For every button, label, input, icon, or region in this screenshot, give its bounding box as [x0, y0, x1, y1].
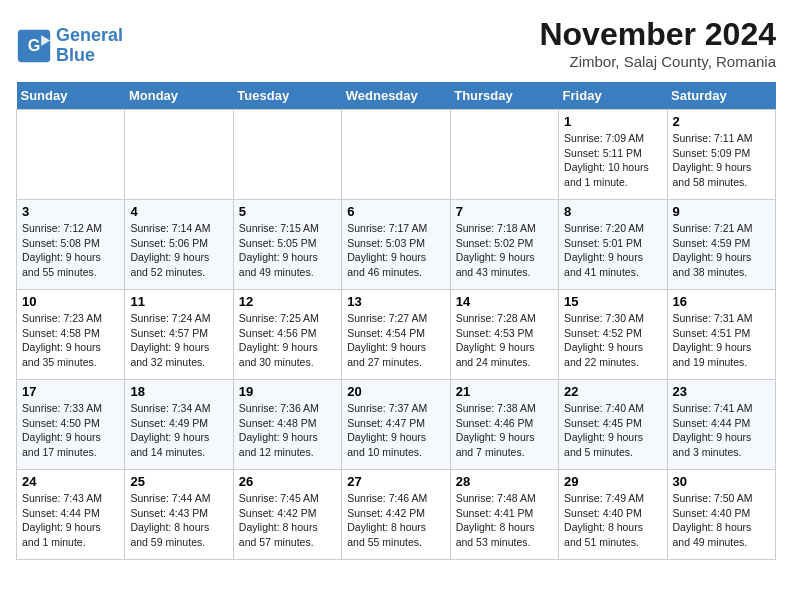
calendar-cell: 12Sunrise: 7:25 AM Sunset: 4:56 PM Dayli…: [233, 290, 341, 380]
day-number: 14: [456, 294, 553, 309]
day-info: Sunrise: 7:24 AM Sunset: 4:57 PM Dayligh…: [130, 311, 227, 370]
calendar-cell: 6Sunrise: 7:17 AM Sunset: 5:03 PM Daylig…: [342, 200, 450, 290]
calendar-week-1: 3Sunrise: 7:12 AM Sunset: 5:08 PM Daylig…: [17, 200, 776, 290]
day-number: 20: [347, 384, 444, 399]
calendar-cell: [233, 110, 341, 200]
day-number: 18: [130, 384, 227, 399]
calendar-cell: 25Sunrise: 7:44 AM Sunset: 4:43 PM Dayli…: [125, 470, 233, 560]
day-info: Sunrise: 7:40 AM Sunset: 4:45 PM Dayligh…: [564, 401, 661, 460]
logo: G General Blue: [16, 26, 123, 66]
calendar-cell: 26Sunrise: 7:45 AM Sunset: 4:42 PM Dayli…: [233, 470, 341, 560]
day-number: 11: [130, 294, 227, 309]
day-info: Sunrise: 7:31 AM Sunset: 4:51 PM Dayligh…: [673, 311, 770, 370]
day-number: 10: [22, 294, 119, 309]
calendar-cell: 13Sunrise: 7:27 AM Sunset: 4:54 PM Dayli…: [342, 290, 450, 380]
day-info: Sunrise: 7:49 AM Sunset: 4:40 PM Dayligh…: [564, 491, 661, 550]
day-number: 8: [564, 204, 661, 219]
day-number: 15: [564, 294, 661, 309]
day-info: Sunrise: 7:37 AM Sunset: 4:47 PM Dayligh…: [347, 401, 444, 460]
day-number: 7: [456, 204, 553, 219]
logo-icon: G: [16, 28, 52, 64]
calendar-cell: [17, 110, 125, 200]
location-subtitle: Zimbor, Salaj County, Romania: [539, 53, 776, 70]
calendar-cell: 8Sunrise: 7:20 AM Sunset: 5:01 PM Daylig…: [559, 200, 667, 290]
calendar-week-0: 1Sunrise: 7:09 AM Sunset: 5:11 PM Daylig…: [17, 110, 776, 200]
day-number: 26: [239, 474, 336, 489]
day-number: 5: [239, 204, 336, 219]
month-title: November 2024: [539, 16, 776, 53]
day-info: Sunrise: 7:15 AM Sunset: 5:05 PM Dayligh…: [239, 221, 336, 280]
svg-text:G: G: [28, 37, 41, 55]
day-info: Sunrise: 7:36 AM Sunset: 4:48 PM Dayligh…: [239, 401, 336, 460]
day-number: 2: [673, 114, 770, 129]
day-info: Sunrise: 7:09 AM Sunset: 5:11 PM Dayligh…: [564, 131, 661, 190]
day-info: Sunrise: 7:44 AM Sunset: 4:43 PM Dayligh…: [130, 491, 227, 550]
calendar-cell: 14Sunrise: 7:28 AM Sunset: 4:53 PM Dayli…: [450, 290, 558, 380]
calendar-cell: 23Sunrise: 7:41 AM Sunset: 4:44 PM Dayli…: [667, 380, 775, 470]
calendar-cell: 22Sunrise: 7:40 AM Sunset: 4:45 PM Dayli…: [559, 380, 667, 470]
day-number: 16: [673, 294, 770, 309]
page-header: G General Blue November 2024 Zimbor, Sal…: [16, 16, 776, 74]
calendar-cell: 9Sunrise: 7:21 AM Sunset: 4:59 PM Daylig…: [667, 200, 775, 290]
title-block: November 2024 Zimbor, Salaj County, Roma…: [539, 16, 776, 70]
day-info: Sunrise: 7:28 AM Sunset: 4:53 PM Dayligh…: [456, 311, 553, 370]
calendar-cell: 20Sunrise: 7:37 AM Sunset: 4:47 PM Dayli…: [342, 380, 450, 470]
calendar-cell: 27Sunrise: 7:46 AM Sunset: 4:42 PM Dayli…: [342, 470, 450, 560]
calendar-cell: 17Sunrise: 7:33 AM Sunset: 4:50 PM Dayli…: [17, 380, 125, 470]
calendar-cell: [125, 110, 233, 200]
day-number: 30: [673, 474, 770, 489]
day-number: 12: [239, 294, 336, 309]
day-number: 19: [239, 384, 336, 399]
day-info: Sunrise: 7:18 AM Sunset: 5:02 PM Dayligh…: [456, 221, 553, 280]
calendar-cell: 21Sunrise: 7:38 AM Sunset: 4:46 PM Dayli…: [450, 380, 558, 470]
logo-text: General Blue: [56, 26, 123, 66]
calendar-table: SundayMondayTuesdayWednesdayThursdayFrid…: [16, 82, 776, 560]
day-info: Sunrise: 7:21 AM Sunset: 4:59 PM Dayligh…: [673, 221, 770, 280]
day-info: Sunrise: 7:11 AM Sunset: 5:09 PM Dayligh…: [673, 131, 770, 190]
calendar-cell: 1Sunrise: 7:09 AM Sunset: 5:11 PM Daylig…: [559, 110, 667, 200]
weekday-header-friday: Friday: [559, 82, 667, 110]
calendar-week-4: 24Sunrise: 7:43 AM Sunset: 4:44 PM Dayli…: [17, 470, 776, 560]
calendar-week-3: 17Sunrise: 7:33 AM Sunset: 4:50 PM Dayli…: [17, 380, 776, 470]
calendar-cell: 10Sunrise: 7:23 AM Sunset: 4:58 PM Dayli…: [17, 290, 125, 380]
day-info: Sunrise: 7:33 AM Sunset: 4:50 PM Dayligh…: [22, 401, 119, 460]
day-info: Sunrise: 7:41 AM Sunset: 4:44 PM Dayligh…: [673, 401, 770, 460]
calendar-cell: 15Sunrise: 7:30 AM Sunset: 4:52 PM Dayli…: [559, 290, 667, 380]
day-info: Sunrise: 7:43 AM Sunset: 4:44 PM Dayligh…: [22, 491, 119, 550]
day-info: Sunrise: 7:38 AM Sunset: 4:46 PM Dayligh…: [456, 401, 553, 460]
day-number: 4: [130, 204, 227, 219]
calendar-cell: 29Sunrise: 7:49 AM Sunset: 4:40 PM Dayli…: [559, 470, 667, 560]
day-info: Sunrise: 7:23 AM Sunset: 4:58 PM Dayligh…: [22, 311, 119, 370]
weekday-header-sunday: Sunday: [17, 82, 125, 110]
calendar-cell: 16Sunrise: 7:31 AM Sunset: 4:51 PM Dayli…: [667, 290, 775, 380]
day-number: 22: [564, 384, 661, 399]
day-info: Sunrise: 7:17 AM Sunset: 5:03 PM Dayligh…: [347, 221, 444, 280]
calendar-cell: 4Sunrise: 7:14 AM Sunset: 5:06 PM Daylig…: [125, 200, 233, 290]
day-number: 23: [673, 384, 770, 399]
calendar-cell: 3Sunrise: 7:12 AM Sunset: 5:08 PM Daylig…: [17, 200, 125, 290]
day-info: Sunrise: 7:25 AM Sunset: 4:56 PM Dayligh…: [239, 311, 336, 370]
day-info: Sunrise: 7:50 AM Sunset: 4:40 PM Dayligh…: [673, 491, 770, 550]
day-number: 9: [673, 204, 770, 219]
day-info: Sunrise: 7:46 AM Sunset: 4:42 PM Dayligh…: [347, 491, 444, 550]
day-info: Sunrise: 7:30 AM Sunset: 4:52 PM Dayligh…: [564, 311, 661, 370]
day-number: 24: [22, 474, 119, 489]
calendar-cell: 11Sunrise: 7:24 AM Sunset: 4:57 PM Dayli…: [125, 290, 233, 380]
calendar-cell: 18Sunrise: 7:34 AM Sunset: 4:49 PM Dayli…: [125, 380, 233, 470]
day-number: 1: [564, 114, 661, 129]
weekday-header-tuesday: Tuesday: [233, 82, 341, 110]
day-number: 21: [456, 384, 553, 399]
day-info: Sunrise: 7:48 AM Sunset: 4:41 PM Dayligh…: [456, 491, 553, 550]
calendar-cell: 19Sunrise: 7:36 AM Sunset: 4:48 PM Dayli…: [233, 380, 341, 470]
day-number: 6: [347, 204, 444, 219]
calendar-cell: 5Sunrise: 7:15 AM Sunset: 5:05 PM Daylig…: [233, 200, 341, 290]
calendar-cell: 2Sunrise: 7:11 AM Sunset: 5:09 PM Daylig…: [667, 110, 775, 200]
calendar-cell: 24Sunrise: 7:43 AM Sunset: 4:44 PM Dayli…: [17, 470, 125, 560]
calendar-cell: 28Sunrise: 7:48 AM Sunset: 4:41 PM Dayli…: [450, 470, 558, 560]
calendar-header: SundayMondayTuesdayWednesdayThursdayFrid…: [17, 82, 776, 110]
weekday-header-saturday: Saturday: [667, 82, 775, 110]
day-number: 3: [22, 204, 119, 219]
day-info: Sunrise: 7:45 AM Sunset: 4:42 PM Dayligh…: [239, 491, 336, 550]
weekday-header-wednesday: Wednesday: [342, 82, 450, 110]
calendar-cell: 30Sunrise: 7:50 AM Sunset: 4:40 PM Dayli…: [667, 470, 775, 560]
